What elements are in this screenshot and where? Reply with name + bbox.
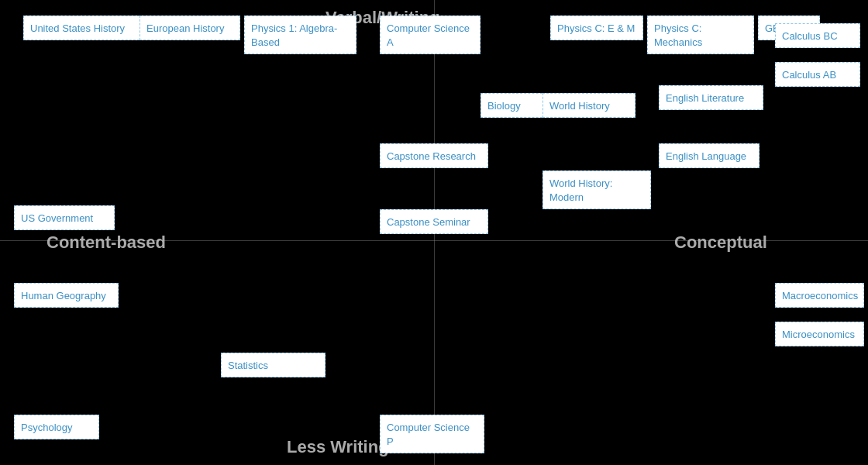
course-card-english-literature[interactable]: English Literature — [659, 85, 763, 110]
course-card-psychology[interactable]: Psychology — [14, 415, 99, 439]
course-card-physics-algebra[interactable]: Physics 1: Algebra-Based — [244, 16, 356, 54]
course-card-physics-c-em[interactable]: Physics C: E & M — [550, 16, 643, 40]
course-card-human-geography[interactable]: Human Geography — [14, 283, 119, 308]
course-card-capstone-research[interactable]: Capstone Research — [380, 143, 488, 168]
left-axis-label: Content-based — [46, 232, 166, 253]
course-link-macroeconomics[interactable]: Macroeconomics — [782, 290, 858, 301]
course-link-world-history-modern[interactable]: World History: Modern — [549, 177, 612, 203]
course-link-physics-algebra[interactable]: Physics 1: Algebra-Based — [251, 22, 337, 48]
course-card-statistics[interactable]: Statistics — [221, 353, 326, 377]
course-card-calculus-bc[interactable]: Calculus BC — [775, 23, 860, 48]
course-card-capstone-seminar[interactable]: Capstone Seminar — [380, 209, 488, 234]
course-card-world-history-modern[interactable]: World History: Modern — [542, 170, 651, 209]
course-card-macroeconomics[interactable]: Macroeconomics — [775, 283, 864, 308]
course-link-psychology[interactable]: Psychology — [21, 422, 72, 433]
course-card-physics-c-mech[interactable]: Physics C: Mechanics — [647, 16, 754, 54]
course-card-united-states-history[interactable]: United States History — [23, 16, 143, 40]
course-card-world-history[interactable]: World History — [542, 93, 636, 118]
course-link-human-geography[interactable]: Human Geography — [21, 290, 106, 301]
course-link-microeconomics[interactable]: Microeconomics — [782, 329, 855, 340]
course-card-computer-science-a[interactable]: Computer Science A — [380, 16, 480, 54]
course-card-microeconomics[interactable]: Microeconomics — [775, 322, 864, 346]
course-link-physics-c-mech[interactable]: Physics C: Mechanics — [654, 22, 702, 48]
right-axis-label: Conceptual — [674, 232, 767, 253]
bottom-axis-label: Less Writing — [287, 437, 389, 457]
course-link-physics-c-em[interactable]: Physics C: E & M — [557, 22, 635, 34]
course-link-european-history[interactable]: European History — [146, 22, 224, 34]
course-card-computer-science-p[interactable]: Computer Science P — [380, 415, 484, 453]
course-link-english-literature[interactable]: English Literature — [666, 92, 744, 104]
course-link-computer-science-p[interactable]: Computer Science P — [387, 422, 470, 447]
course-card-calculus-ab[interactable]: Calculus AB — [775, 62, 860, 87]
course-link-calculus-bc[interactable]: Calculus BC — [782, 30, 838, 42]
course-link-calculus-ab[interactable]: Calculus AB — [782, 69, 836, 81]
course-card-us-government[interactable]: US Government — [14, 205, 115, 230]
course-link-united-states-history[interactable]: United States History — [30, 22, 125, 34]
course-link-computer-science-a[interactable]: Computer Science A — [387, 22, 470, 48]
course-link-capstone-seminar[interactable]: Capstone Seminar — [387, 216, 470, 228]
course-card-english-language[interactable]: English Language — [659, 143, 760, 168]
course-link-us-government[interactable]: US Government — [21, 212, 93, 224]
course-card-european-history[interactable]: European History — [140, 16, 240, 40]
course-link-capstone-research[interactable]: Capstone Research — [387, 150, 476, 162]
course-link-world-history[interactable]: World History — [549, 100, 610, 112]
course-link-biology[interactable]: Biology — [487, 100, 521, 112]
course-link-statistics[interactable]: Statistics — [228, 360, 268, 371]
course-link-english-language[interactable]: English Language — [666, 150, 746, 162]
course-card-biology[interactable]: Biology — [480, 93, 550, 118]
